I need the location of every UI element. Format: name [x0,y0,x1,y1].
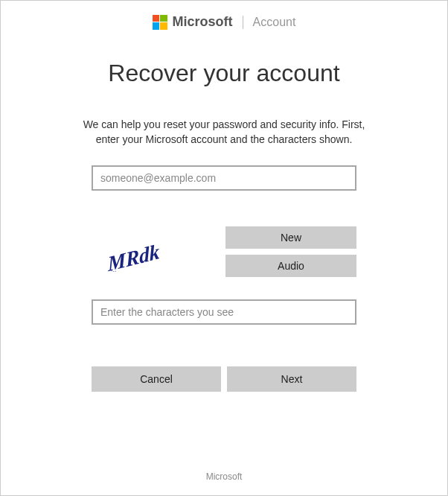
page-title: Recover your account [108,60,339,87]
captcha-audio-button[interactable]: Audio [225,255,356,277]
captcha-image: MRdk iv [92,229,196,274]
instructions-text: We can help you reset your password and … [75,117,373,147]
main-content: Recover your account We can help you res… [1,37,447,460]
brand-label: Microsoft [173,14,233,30]
cancel-button[interactable]: Cancel [92,366,221,392]
action-row: Cancel Next [92,366,356,392]
captcha-buttons: New Audio [225,226,356,277]
captcha-new-button[interactable]: New [225,226,356,249]
footer: Microsoft [1,460,447,495]
header-divider [243,16,243,29]
svg-text:MRdk: MRdk [106,240,161,272]
microsoft-logo-icon [153,15,167,30]
next-button[interactable]: Next [227,366,356,392]
header: Microsoft Account [1,1,447,37]
captcha-row: MRdk iv New Audio [92,226,356,277]
email-input[interactable] [92,165,356,191]
footer-text: Microsoft [206,471,243,482]
section-label: Account [253,16,296,29]
captcha-input[interactable] [92,299,356,325]
